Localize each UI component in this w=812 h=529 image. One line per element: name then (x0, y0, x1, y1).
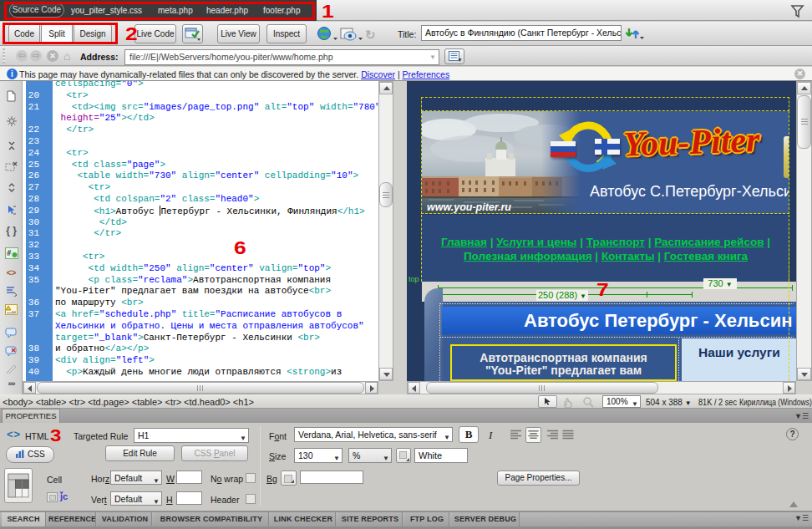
svg-text:#: # (7, 249, 12, 257)
